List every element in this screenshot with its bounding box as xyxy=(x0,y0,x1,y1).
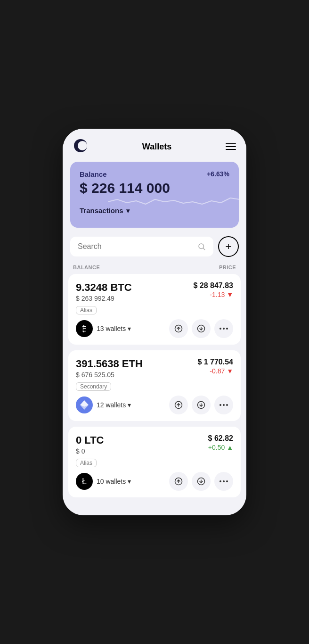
coin-card-ltc: 0 LTC $ 0 Alias $ 62.82 +0.50 ▲ Ł 10 wal… xyxy=(68,427,241,497)
ltc-send-button[interactable] xyxy=(169,472,188,491)
btc-price: $ 28 847.83 xyxy=(193,281,233,290)
coin-card-btc: 9.3248 BTC $ 263 992.49 Alias $ 28 847.8… xyxy=(68,274,241,345)
ltc-usd: $ 0 xyxy=(76,447,104,455)
svg-point-19 xyxy=(226,404,228,406)
svg-point-2 xyxy=(199,244,204,249)
btc-logo: ₿ xyxy=(76,320,93,337)
search-box xyxy=(70,237,213,256)
btc-alias: Alias xyxy=(76,306,97,314)
app-header: Wallets xyxy=(63,129,246,162)
search-icon xyxy=(197,242,206,251)
search-input[interactable] xyxy=(78,242,193,251)
svg-point-8 xyxy=(220,328,221,330)
phone-shell: Wallets Balance +6.63% $ 226 114 000 Tra… xyxy=(63,129,246,515)
svg-point-25 xyxy=(223,480,225,482)
btc-more-button[interactable] xyxy=(214,319,233,338)
svg-point-24 xyxy=(220,480,221,482)
ltc-price: $ 62.82 xyxy=(208,434,233,443)
eth-logo xyxy=(76,396,93,413)
eth-send-button[interactable] xyxy=(169,396,188,414)
btc-change: -1.13 ▼ xyxy=(193,291,233,298)
chevron-down-icon: ▾ xyxy=(128,401,131,409)
ltc-alias: Alias xyxy=(76,459,97,467)
transactions-button[interactable]: Transactions ▾ xyxy=(80,206,229,215)
svg-line-3 xyxy=(203,248,204,249)
svg-point-17 xyxy=(220,404,221,406)
coins-list: 9.3248 BTC $ 263 992.49 Alias $ 28 847.8… xyxy=(63,274,246,503)
eth-more-button[interactable] xyxy=(214,396,233,414)
chevron-down-icon: ▾ xyxy=(128,325,131,332)
ltc-more-button[interactable] xyxy=(214,472,233,491)
ltc-wallets[interactable]: 10 wallets ▾ xyxy=(97,478,131,485)
btc-amount: 9.3248 BTC xyxy=(76,281,132,294)
eth-usd: $ 676 525.05 xyxy=(76,371,143,379)
menu-button[interactable] xyxy=(226,143,236,150)
svg-point-9 xyxy=(223,328,225,330)
svg-point-10 xyxy=(226,328,228,330)
btc-wallets[interactable]: 13 wallets ▾ xyxy=(97,325,131,332)
btc-usd: $ 263 992.49 xyxy=(76,295,132,302)
btc-send-button[interactable] xyxy=(169,319,188,338)
eth-price: $ 1 770.54 xyxy=(197,358,233,366)
add-wallet-button[interactable]: + xyxy=(218,236,239,257)
ltc-receive-button[interactable] xyxy=(192,472,211,491)
price-col-header: PRICE xyxy=(219,264,236,270)
btc-receive-button[interactable] xyxy=(192,319,211,338)
app-logo xyxy=(73,138,88,155)
chevron-down-icon: ▾ xyxy=(126,207,130,215)
search-row: + xyxy=(70,236,239,257)
balance-percent: +6.63% xyxy=(207,170,229,178)
ltc-change: +0.50 ▲ xyxy=(208,444,233,451)
eth-change: -0.87 ▼ xyxy=(197,367,233,375)
chevron-down-icon: ▾ xyxy=(128,478,131,485)
balance-card: Balance +6.63% $ 226 114 000 Transaction… xyxy=(70,162,239,228)
eth-receive-button[interactable] xyxy=(192,396,211,414)
eth-amount: 391.5638 ETH xyxy=(76,358,143,370)
eth-wallets[interactable]: 12 wallets ▾ xyxy=(97,401,131,409)
svg-point-1 xyxy=(78,141,87,150)
ltc-logo: Ł xyxy=(76,473,93,490)
balance-col-header: BALANCE xyxy=(73,264,100,270)
eth-alias: Secondary xyxy=(76,382,111,391)
page-title: Wallets xyxy=(142,142,171,152)
coin-card-eth: 391.5638 ETH $ 676 525.05 Secondary $ 1 … xyxy=(68,350,241,421)
ltc-amount: 0 LTC xyxy=(76,434,104,446)
svg-point-18 xyxy=(223,404,225,406)
svg-point-26 xyxy=(226,480,228,482)
column-headers: BALANCE PRICE xyxy=(63,262,246,274)
